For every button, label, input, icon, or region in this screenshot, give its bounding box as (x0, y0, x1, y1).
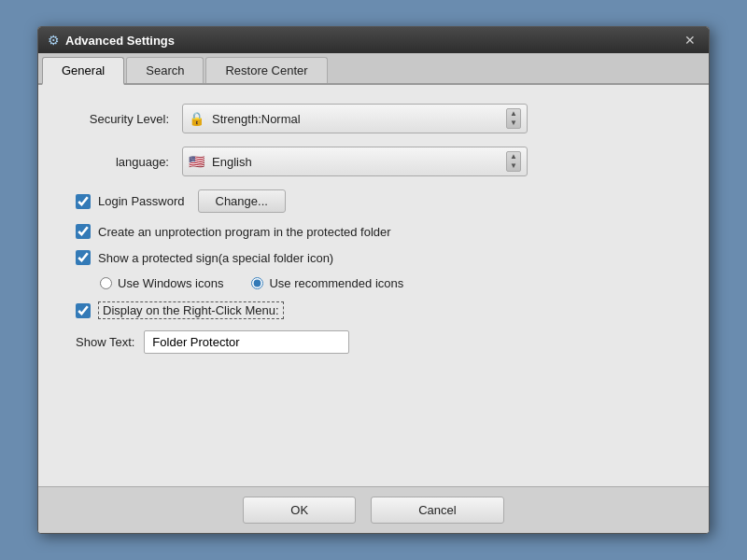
title-bar: ⚙ Advanced Settings ✕ (38, 27, 709, 53)
ok-button[interactable]: OK (243, 497, 356, 524)
tab-restore-center[interactable]: Restore Center (205, 57, 327, 83)
arrow-up-icon: ▲ (510, 152, 517, 161)
show-text-row: Show Text: (66, 330, 681, 354)
cancel-button[interactable]: Cancel (371, 497, 503, 524)
login-password-checkbox[interactable] (76, 194, 91, 209)
dialog-title: Advanced Settings (65, 34, 175, 48)
show-text-input[interactable] (144, 330, 349, 354)
recommended-icons-label: Use recommended icons (269, 276, 403, 290)
recommended-icons-radio[interactable] (251, 277, 263, 289)
tab-content-general: Security Level: 🔒 Strength:Normal ▲ ▼ la… (38, 85, 709, 486)
display-right-click-row: Display on the Right-Click Menu: (66, 301, 681, 319)
language-row: language: 🇺🇸 English ▲ ▼ (66, 147, 681, 176)
flag-icon: 🇺🇸 (189, 154, 204, 169)
language-label: language: (66, 155, 169, 169)
arrow-down-icon: ▼ (510, 119, 517, 128)
security-level-select[interactable]: 🔒 Strength:Normal ▲ ▼ (182, 104, 528, 133)
language-select[interactable]: 🇺🇸 English ▲ ▼ (182, 147, 528, 176)
advanced-settings-dialog: ⚙ Advanced Settings ✕ General Search Res… (37, 26, 710, 534)
language-arrows[interactable]: ▲ ▼ (506, 151, 521, 172)
login-password-label: Login Password (98, 194, 185, 208)
windows-icons-option[interactable]: Use Windows icons (100, 276, 223, 290)
create-unprotection-checkbox[interactable] (76, 224, 91, 239)
security-level-row: Security Level: 🔒 Strength:Normal ▲ ▼ (66, 104, 681, 133)
arrow-down-icon: ▼ (510, 161, 517, 171)
tab-search[interactable]: Search (126, 57, 204, 83)
create-unprotection-label: Create an unprotection program in the pr… (98, 225, 391, 239)
create-unprotection-row: Create an unprotection program in the pr… (66, 224, 681, 239)
show-protected-sign-row: Show a protected sign(a special folder i… (66, 250, 681, 265)
display-right-click-label: Display on the Right-Click Menu: (98, 301, 284, 319)
close-button[interactable]: ✕ (681, 33, 699, 48)
show-text-label: Show Text: (76, 335, 134, 349)
language-value: English (212, 155, 500, 169)
title-bar-left: ⚙ Advanced Settings (48, 33, 175, 48)
settings-icon: ⚙ (48, 33, 60, 48)
icon-type-row: Use Windows icons Use recommended icons (66, 276, 681, 290)
show-protected-sign-checkbox[interactable] (76, 250, 91, 265)
arrow-up-icon: ▲ (510, 109, 517, 119)
change-button[interactable]: Change... (198, 189, 286, 213)
dialog-footer: OK Cancel (38, 486, 709, 533)
lock-icon: 🔒 (189, 111, 204, 126)
tabs-container: General Search Restore Center (38, 53, 709, 85)
security-level-label: Security Level: (66, 112, 169, 126)
show-protected-sign-label: Show a protected sign(a special folder i… (98, 251, 333, 265)
windows-icons-label: Use Windows icons (118, 276, 223, 290)
login-password-row: Login Password Change... (66, 189, 681, 213)
display-right-click-checkbox[interactable] (76, 303, 91, 318)
recommended-icons-option[interactable]: Use recommended icons (251, 276, 403, 290)
tab-general[interactable]: General (42, 57, 124, 85)
windows-icons-radio[interactable] (100, 277, 112, 289)
security-level-value: Strength:Normal (212, 112, 500, 126)
security-level-arrows[interactable]: ▲ ▼ (506, 108, 521, 129)
